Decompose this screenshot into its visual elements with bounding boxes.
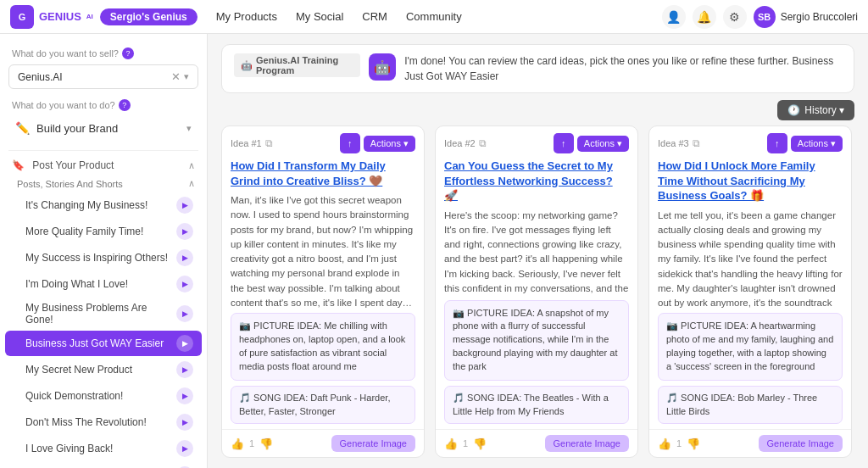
card-0-song-idea: 🎵 SONG IDEA: Daft Punk - Harder, Better,… xyxy=(231,386,415,424)
card-0: Idea #1 ⧉ ↑ Actions ▾ How Did I Transfor… xyxy=(221,125,425,458)
sidebar-item-2[interactable]: My Success is Inspiring Others! ▶ xyxy=(5,245,202,270)
sell-select-wrap: Genius.AI ✕ ▾ xyxy=(0,61,207,96)
post-product-header[interactable]: 🔖 Post Your Product ∧ xyxy=(0,154,207,175)
user-name: Sergio Bruccoleri xyxy=(781,11,858,23)
clear-btn[interactable]: ✕ xyxy=(171,70,181,83)
copy-icon-2[interactable]: ⧉ xyxy=(693,137,700,149)
navbar: G GENIUSAI Sergio's Genius My Products M… xyxy=(0,0,868,34)
robot-icon: 🤖 xyxy=(241,60,253,71)
cards-area: Idea #1 ⧉ ↑ Actions ▾ How Did I Transfor… xyxy=(208,125,868,468)
sidebar-item-10[interactable]: Thank GOD This Exists! ▶ xyxy=(5,462,202,468)
copy-icon-1[interactable]: ⧉ xyxy=(479,137,487,149)
thumbup-btn-2[interactable]: 👍 xyxy=(658,437,671,450)
play-btn-4[interactable]: ▶ xyxy=(176,305,193,322)
actions-btn-2[interactable]: Actions ▾ xyxy=(791,136,843,152)
play-btn-8[interactable]: ▶ xyxy=(176,414,193,431)
bot-avatar: 🤖 xyxy=(369,53,396,81)
thumbup-btn-0[interactable]: 👍 xyxy=(231,437,244,450)
card-1-title[interactable]: Can You Guess the Secret to My Effortles… xyxy=(436,157,637,209)
card-2-idea-num: Idea #3 xyxy=(658,138,689,148)
card-0-header: Idea #1 ⧉ ↑ Actions ▾ xyxy=(222,126,424,157)
sidebar-item-5[interactable]: Business Just Got WAY Easier ▶ xyxy=(5,331,202,356)
sidebar: What do you want to sell? ? Genius.AI ✕ … xyxy=(0,34,208,468)
build-brand-item[interactable]: ✏️ Build your Brand ▾ xyxy=(12,116,195,140)
logo-text: GENIUS xyxy=(39,10,81,23)
posts-stories-header[interactable]: Posts, Stories And Shorts ∧ xyxy=(0,175,207,192)
card-1-idea-num: Idea #2 xyxy=(444,138,476,148)
build-brand-chevron: ▾ xyxy=(186,123,192,134)
training-message: I'm done! You can review the card ideas,… xyxy=(404,53,842,84)
generate-img-btn-2[interactable]: Generate Image xyxy=(759,435,843,452)
generate-img-btn-0[interactable]: Generate Image xyxy=(331,435,416,452)
settings-icon-btn[interactable]: ⚙ xyxy=(723,5,747,29)
thumbdown-btn-0[interactable]: 👎 xyxy=(259,437,273,450)
thumbdown-btn-2[interactable]: 👎 xyxy=(687,437,700,450)
card-2-body: Let me tell you, it's been a game change… xyxy=(649,209,851,310)
main-content: 🤖 Genius.AI Training Program 🤖 I'm done!… xyxy=(208,34,868,468)
user-menu[interactable]: SB Sergio Bruccoleri xyxy=(754,6,858,28)
card-2-picture-idea: 📷 PICTURE IDEA: A heartwarming photo of … xyxy=(658,313,843,381)
posts-stories-chevron: ∧ xyxy=(188,178,195,189)
sidebar-item-0[interactable]: It's Changing My Business! ▶ xyxy=(5,192,202,218)
bookmark-icon: 🔖 xyxy=(12,159,25,171)
training-banner-content: 🤖 Genius.AI Training Program xyxy=(234,53,360,82)
sidebar-item-7[interactable]: Quick Demonstration! ▶ xyxy=(5,383,202,409)
training-badge: 🤖 Genius.AI Training Program xyxy=(234,53,360,77)
sell-select[interactable]: Genius.AI ✕ ▾ xyxy=(8,64,198,89)
card-0-idea-num: Idea #1 xyxy=(231,138,262,148)
share-btn-2[interactable]: ↑ xyxy=(767,133,787,153)
build-brand-label: Build your Brand xyxy=(36,122,118,135)
share-btn-0[interactable]: ↑ xyxy=(340,133,360,153)
do-help-icon[interactable]: ? xyxy=(119,99,131,111)
play-btn-2[interactable]: ▶ xyxy=(176,249,193,266)
logo: G GENIUSAI xyxy=(10,5,93,29)
play-btn-6[interactable]: ▶ xyxy=(176,361,193,378)
card-1-picture-idea: 📷 PICTURE IDEA: A snapshot of my phone w… xyxy=(444,300,629,382)
card-2-song-idea: 🎵 SONG IDEA: Bob Marley - Three Little B… xyxy=(658,386,843,424)
sell-help-icon[interactable]: ? xyxy=(122,47,134,59)
actions-btn-0[interactable]: Actions ▾ xyxy=(364,136,415,152)
users-icon-btn[interactable]: 👤 xyxy=(662,5,686,29)
nav-link-social[interactable]: My Social xyxy=(287,7,352,26)
pencil-icon: ✏️ xyxy=(15,121,30,135)
play-btn-5[interactable]: ▶ xyxy=(176,335,193,352)
card-0-title[interactable]: How Did I Transform My Daily Grind into … xyxy=(222,157,424,193)
copy-icon-0[interactable]: ⧉ xyxy=(265,137,273,149)
brand-badge[interactable]: Sergio's Genius xyxy=(100,8,198,25)
nav-link-community[interactable]: Community xyxy=(398,7,470,26)
sidebar-item-3[interactable]: I'm Doing What I Love! ▶ xyxy=(5,271,202,297)
history-row: 🕐 History ▾ xyxy=(208,100,868,125)
share-btn-1[interactable]: ↑ xyxy=(554,133,574,153)
logo-sup: AI xyxy=(86,13,93,20)
play-btn-0[interactable]: ▶ xyxy=(176,197,193,214)
card-2-footer: 👍 1 👎 Generate Image xyxy=(649,429,851,457)
generate-img-btn-1[interactable]: Generate Image xyxy=(545,435,630,452)
sidebar-item-9[interactable]: I Love Giving Back! ▶ xyxy=(5,436,202,461)
actions-btn-1[interactable]: Actions ▾ xyxy=(577,136,629,152)
sidebar-item-4[interactable]: My Business Problems Are Gone! ▶ xyxy=(5,298,202,330)
play-btn-7[interactable]: ▶ xyxy=(176,387,193,404)
bell-icon-btn[interactable]: 🔔 xyxy=(693,5,716,29)
card-2: Idea #3 ⧉ ↑ Actions ▾ How Did I Unlock M… xyxy=(648,125,852,458)
nav-icons: 👤 🔔 ⚙ SB Sergio Bruccoleri xyxy=(662,5,858,29)
sidebar-item-8[interactable]: Don't Miss The Revolution! ▶ xyxy=(5,410,202,435)
play-btn-1[interactable]: ▶ xyxy=(176,223,193,240)
thumbdown-btn-1[interactable]: 👎 xyxy=(473,437,487,450)
history-button[interactable]: 🕐 History ▾ xyxy=(777,100,854,120)
nav-link-crm[interactable]: CRM xyxy=(353,7,396,26)
card-0-body: Man, it's like I've got this secret weap… xyxy=(222,193,424,309)
post-product-chevron: ∧ xyxy=(188,160,195,171)
play-btn-9[interactable]: ▶ xyxy=(176,440,193,457)
sidebar-item-1[interactable]: More Quality Family Time! ▶ xyxy=(5,219,202,244)
card-1-footer: 👍 1 👎 Generate Image xyxy=(436,429,637,457)
sidebar-item-6[interactable]: My Secret New Product ▶ xyxy=(5,357,202,382)
clock-icon: 🕐 xyxy=(787,104,800,116)
thumbup-btn-1[interactable]: 👍 xyxy=(444,437,458,450)
card-2-title[interactable]: How Did I Unlock More Family Time Withou… xyxy=(649,157,851,209)
nav-links: My Products My Social CRM Community xyxy=(208,7,470,26)
play-btn-3[interactable]: ▶ xyxy=(176,276,193,292)
nav-link-products[interactable]: My Products xyxy=(208,7,286,26)
card-1-header: Idea #2 ⧉ ↑ Actions ▾ xyxy=(436,126,637,157)
card-0-picture-idea: 📷 PICTURE IDEA: Me chilling with headpho… xyxy=(231,313,415,381)
post-product-label: 🔖 Post Your Product xyxy=(12,159,114,171)
